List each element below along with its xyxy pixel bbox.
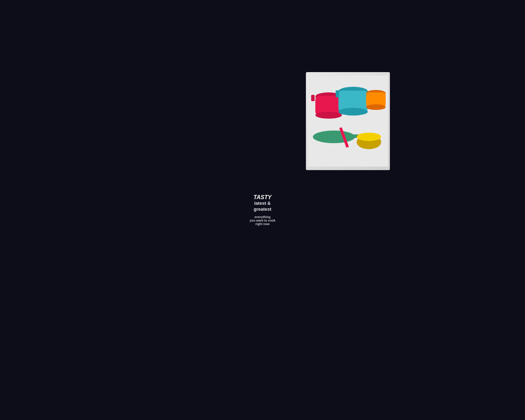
cookbooks-section: Shop Tasty Cookbooks Shop all TASTY ADUL… [14,53,270,192]
svg-rect-10 [336,90,339,97]
svg-point-17 [357,133,381,141]
latest-cover-inner: TASTY latest &greatest everythingyou wan… [189,72,270,181]
book-latest[interactable]: TASTY latest &greatest everythingyou wan… [189,72,270,192]
svg-point-9 [338,108,368,115]
svg-point-5 [315,112,342,119]
books-grid: TASTY ADULTING all your favs,all grown u… [14,72,270,192]
book-latest-cover: TASTY latest &greatest everythingyou wan… [189,72,270,181]
cookware-image[interactable] [306,72,390,170]
svg-rect-6 [311,95,315,101]
cookware-svg [308,76,388,167]
main-content: Shop Tasty Cookbooks Shop all TASTY ADUL… [0,43,525,214]
svg-point-14 [313,131,355,143]
cookware-viz [306,72,390,170]
svg-point-13 [366,104,386,110]
